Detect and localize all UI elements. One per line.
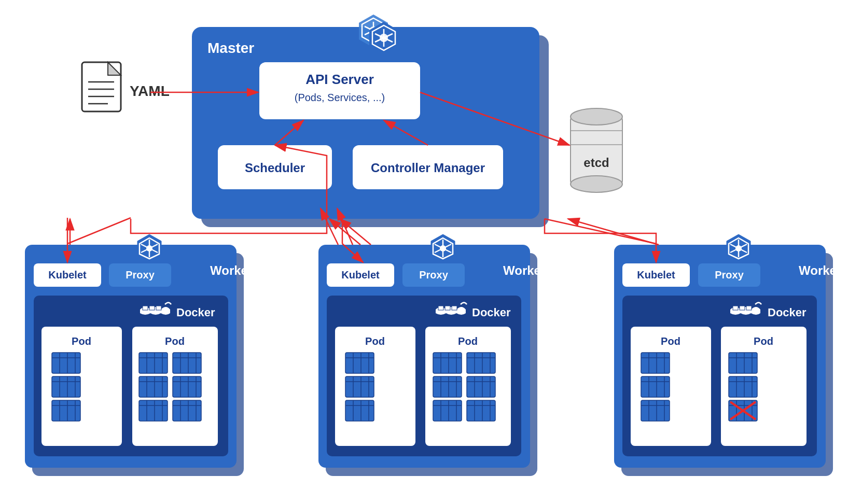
svg-rect-107 <box>438 306 443 310</box>
controller-manager-label: Controller Manager <box>371 161 485 175</box>
worker1-proxy: Proxy <box>126 269 155 281</box>
svg-rect-177 <box>641 376 670 397</box>
svg-rect-172 <box>641 353 670 373</box>
svg-rect-86 <box>173 376 201 397</box>
svg-rect-111 <box>345 353 374 373</box>
svg-rect-48 <box>156 306 161 310</box>
svg-rect-137 <box>433 400 462 421</box>
yaml-label: YAML <box>130 83 170 99</box>
api-server-title: API Server <box>305 72 374 87</box>
worker3-docker-label: Docker <box>768 306 807 319</box>
svg-rect-15 <box>259 62 420 119</box>
worker3-pod1-label: Pod <box>661 335 680 347</box>
svg-rect-91 <box>173 400 201 421</box>
worker2-docker-label: Docker <box>472 306 511 319</box>
scheduler-label: Scheduler <box>245 161 305 175</box>
yaml-document-icon <box>82 62 121 111</box>
svg-rect-20 <box>571 117 622 184</box>
worker1-docker-label: Docker <box>176 306 215 319</box>
worker3-pod2-label: Pod <box>754 335 773 347</box>
svg-rect-81 <box>173 353 201 373</box>
worker1-pod1-label: Pod <box>72 335 91 347</box>
worker2-pod1-label: Pod <box>365 335 385 347</box>
svg-rect-142 <box>467 353 495 373</box>
diagram-container: Master API Server (Pods, Services, ...) … <box>0 0 862 504</box>
svg-rect-47 <box>149 306 155 310</box>
worker3-proxy: Proxy <box>715 269 744 281</box>
svg-rect-188 <box>729 353 757 373</box>
svg-point-22 <box>571 176 622 192</box>
worker1-label: Worker <box>210 263 253 277</box>
svg-rect-121 <box>345 400 374 421</box>
worker3-label: Worker <box>799 263 841 277</box>
svg-rect-60 <box>52 400 80 421</box>
svg-rect-152 <box>467 400 495 421</box>
worker2-proxy: Proxy <box>419 269 448 281</box>
svg-rect-168 <box>733 306 738 310</box>
svg-rect-127 <box>433 353 462 373</box>
svg-rect-46 <box>143 306 148 310</box>
svg-rect-116 <box>345 376 374 397</box>
svg-rect-182 <box>641 400 670 421</box>
worker2-pod2-label: Pod <box>458 335 478 347</box>
worker2-label: Worker <box>503 263 546 277</box>
svg-point-21 <box>571 108 622 125</box>
svg-rect-66 <box>139 353 168 373</box>
svg-rect-55 <box>52 376 80 397</box>
svg-rect-147 <box>467 376 495 397</box>
worker1-pod2-label: Pod <box>165 335 185 347</box>
master-label: Master <box>207 40 254 56</box>
svg-rect-76 <box>139 400 168 421</box>
svg-rect-71 <box>139 376 168 397</box>
svg-rect-193 <box>729 376 757 397</box>
svg-rect-108 <box>445 306 450 310</box>
architecture-diagram: Master API Server (Pods, Services, ...) … <box>0 0 862 504</box>
svg-rect-132 <box>433 376 462 397</box>
worker2-kubelet: Kubelet <box>341 269 380 281</box>
api-server-subtitle: (Pods, Services, ...) <box>295 92 385 103</box>
svg-rect-109 <box>452 306 457 310</box>
worker1-kubelet: Kubelet <box>48 269 87 281</box>
svg-rect-50 <box>52 353 80 373</box>
etcd-label: etcd <box>583 156 609 170</box>
svg-rect-169 <box>740 306 745 310</box>
worker3-kubelet: Kubelet <box>637 269 675 281</box>
svg-rect-170 <box>746 306 752 310</box>
